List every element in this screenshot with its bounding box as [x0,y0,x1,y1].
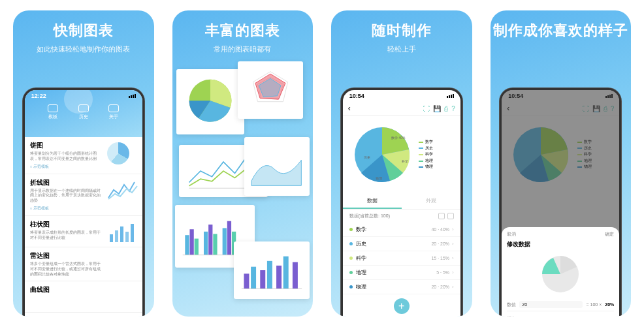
expand-icon[interactable]: ⛶ [423,105,430,112]
status-time: 10:54 [349,93,364,99]
list-item[interactable]: 柱状图将变量表示成柱形的长度的图表，常用于对不同变量进行比较 [25,216,142,247]
save-icon[interactable]: 💾 [433,105,441,112]
promo-panel-3: 随时制作 轻松上手 10:54 ‹ ⛶ 💾 ⎙ ? 数学 40% [331,10,472,317]
list-item[interactable]: 饼图将变量划分为若干个细分的圆形统计图表，常用表达不同变量之间的数量比例○ 示范… [25,137,142,174]
sample-radar-card [238,61,303,119]
svg-rect-18 [227,221,231,255]
promo-panel-2: 丰富的图表 常用的图表咱都有 [172,10,314,317]
signal-icon [447,94,454,98]
svg-rect-25 [276,266,282,288]
sheet-title: 修改数据 [507,240,614,249]
panel-subtitle: 如此快速轻松地制作你的图表 [37,44,130,54]
data-row[interactable]: 物理20 · 20%› [343,280,460,294]
svg-rect-11 [185,235,189,255]
add-button[interactable]: + [394,298,410,314]
data-row[interactable]: 数学40 · 40%› [343,223,460,237]
svg-rect-3 [125,232,129,242]
svg-text:科学: 科学 [402,159,408,163]
tab-about[interactable]: 关于 [108,104,119,120]
svg-text:数学 40%: 数学 40% [391,136,406,140]
data-total-label: 数据(当前总数: 100) [349,213,390,219]
phone-mock-4: 10:54 ‹ ⛶ 💾 ⎙ ? 数学 历史 科学 [500,88,621,317]
grid-icon[interactable] [438,213,445,219]
panel-title: 丰富的图表 [205,21,280,40]
svg-rect-12 [189,229,193,255]
mini-pie [539,253,582,296]
promo-panel-1: 快制图表 如此快速轻松地制作你的图表 12:22 模板 历史 关于 饼图将变量划… [13,10,154,317]
data-row[interactable]: 历史20 · 20%› [343,237,460,251]
svg-rect-14 [203,232,207,255]
value-input[interactable]: 20 [519,301,583,308]
line-icon [107,179,138,202]
chart-type-list: 饼图将变量划分为若干个细分的圆形统计图表，常用表达不同变量之间的数量比例○ 示范… [25,137,142,313]
svg-rect-22 [251,267,256,289]
sample-pie-card [176,69,244,134]
ok-button[interactable]: 确定 [605,231,614,238]
data-row[interactable]: 地理5 · 5%› [343,266,460,280]
svg-rect-24 [266,261,272,289]
pie-legend: 数学 历史 科学 地理 物理 [419,139,433,170]
panel-subtitle: 常用的图表咱都有 [205,44,280,54]
svg-rect-4 [131,224,134,242]
list-item[interactable]: 雷达图将多个变量组成一个雷达式图表，常用于对不同变量进行比较，或通过对所有组成的… [25,247,142,281]
list-icon[interactable] [447,213,454,219]
svg-text:历史: 历史 [364,155,370,159]
svg-rect-2 [120,226,123,242]
help-icon[interactable]: ? [451,105,455,112]
svg-rect-15 [208,225,212,255]
tab-data[interactable]: 数据 [343,194,402,209]
svg-rect-21 [244,273,249,288]
svg-rect-1 [115,230,118,242]
svg-rect-17 [222,228,226,255]
list-item[interactable]: 曲线图 [25,281,142,313]
value-label: 数值 [507,302,516,308]
panel-title: 制作成你喜欢的样子 [493,21,628,40]
bar-icon [107,221,138,243]
signal-icon [129,94,136,98]
status-time: 12:22 [31,93,46,99]
value-pct: 20% [605,302,614,307]
svg-rect-26 [283,257,288,289]
svg-rect-27 [292,262,297,289]
back-icon[interactable]: ‹ [348,104,351,113]
phone-mock-1: 12:22 模板 历史 关于 饼图将变量划分为若干个细分的圆形统计图表，常用表达… [23,88,144,317]
cancel-button[interactable]: 取消 [507,231,516,238]
sample-area-card [244,137,310,196]
sample-bar-card [234,241,310,299]
pie-chart: 数学 40% 科学 物理 历史 数学 历史 科学 地理 物理 [343,116,460,194]
tab-templates[interactable]: 模板 [48,104,58,120]
panel-title: 随时制作 [372,21,432,40]
panel-subtitle: 轻松上手 [372,44,432,54]
phone-mock-3: 10:54 ‹ ⛶ 💾 ⎙ ? 数学 40% 科学 物理 历史 [341,88,462,317]
export-icon[interactable]: ⎙ [444,105,448,112]
svg-rect-23 [260,270,265,288]
pie-icon [107,142,129,164]
data-row[interactable]: 科学15 · 15%› [343,251,460,266]
svg-rect-0 [110,234,113,242]
svg-rect-16 [213,234,217,255]
tab-appearance[interactable]: 外观 [402,194,460,209]
panel-title: 快制图表 [37,21,130,40]
color-label: 颜色 [507,315,614,317]
svg-rect-13 [194,239,198,255]
edit-data-sheet: 取消 确定 修改数据 数值 20 = 100 × 20% 颜色 选择 文本显示区… [502,227,619,317]
svg-text:物理: 物理 [376,176,382,180]
promo-panel-4: 制作成你喜欢的样子 10:54 ‹ ⛶ 💾 ⎙ ? 数学 [491,10,632,317]
list-item[interactable]: 折线图用于显示数据在一个连续的时间间隔或时间上的变化趋势，常用于表达数据变化的趋… [25,174,142,216]
